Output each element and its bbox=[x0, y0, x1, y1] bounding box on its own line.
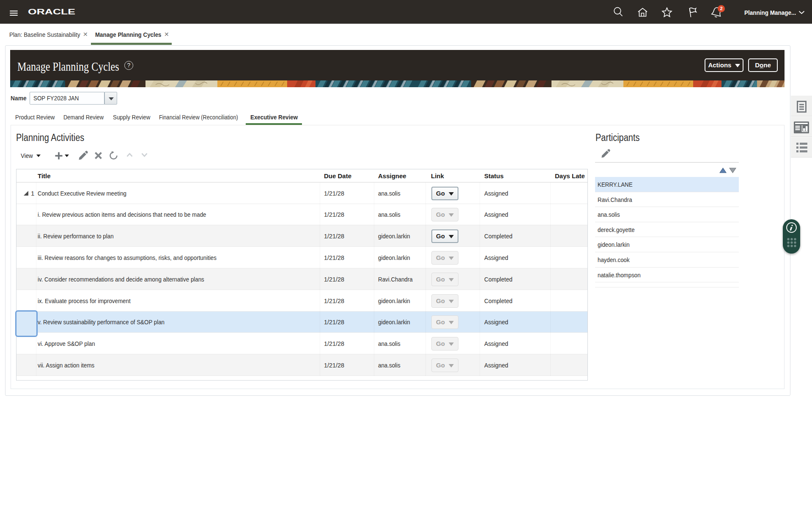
svg-text:ORACLE: ORACLE bbox=[28, 8, 75, 16]
